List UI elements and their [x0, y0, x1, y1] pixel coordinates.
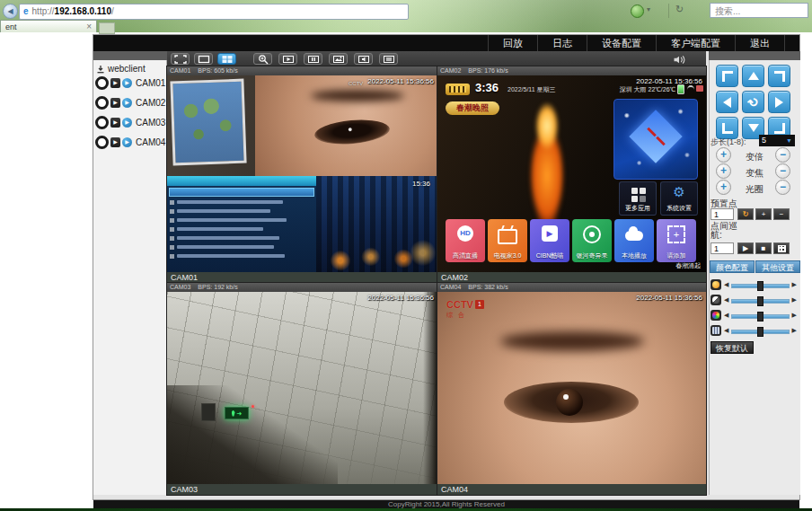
play-icon[interactable]: ▶: [110, 118, 120, 128]
ptz-up-left-button[interactable]: [716, 65, 738, 87]
search-input[interactable]: 搜索...: [710, 3, 808, 18]
cruise-stop-button[interactable]: ■: [755, 242, 772, 254]
talk-button[interactable]: [354, 53, 373, 65]
tree-cam-label[interactable]: CAM01: [136, 78, 165, 88]
cruise-input[interactable]: 1: [710, 242, 734, 254]
close-icon[interactable]: ×: [86, 22, 92, 31]
right-arrow-icon: [775, 97, 783, 108]
saturation-slider[interactable]: [731, 312, 789, 320]
video-cell-cam01[interactable]: CAM01 BPS: 605 kb/s CCTV: [167, 66, 437, 283]
single-view-button[interactable]: [194, 53, 213, 65]
stream-icon[interactable]: ▶: [122, 98, 132, 108]
ptz-right-button[interactable]: [768, 91, 790, 113]
menu-log[interactable]: 日志: [537, 35, 587, 51]
slider-right-arrow[interactable]: ▶: [792, 327, 797, 334]
play-all-button[interactable]: [278, 53, 297, 65]
eyebrow: [311, 90, 404, 101]
slider-right-arrow[interactable]: ▶: [792, 296, 797, 304]
digital-zoom-button[interactable]: [253, 53, 272, 65]
video-cell-cam02[interactable]: CAM02 BPS: 176 kb/s 3:36 2022/5/11 星期三 深…: [437, 66, 706, 283]
tv-menu-highlighted-row: [169, 188, 314, 197]
slider-right-arrow[interactable]: ▶: [792, 312, 797, 319]
tv-theme-badge: 春潮晚照: [446, 101, 499, 115]
refresh-icon[interactable]: ↻: [675, 4, 684, 15]
quad-view-button[interactable]: [217, 53, 236, 65]
iris-close-button[interactable]: −: [775, 180, 790, 195]
tab-color-config[interactable]: 颜色配置: [710, 260, 755, 273]
preset-delete-button[interactable]: −: [773, 208, 790, 220]
record-icon[interactable]: [95, 96, 109, 110]
play-icon[interactable]: ▶: [110, 137, 120, 147]
fullscreen-button[interactable]: [171, 53, 190, 65]
tree-root-webclient[interactable]: webclient: [96, 64, 146, 74]
tree-cam-label[interactable]: CAM03: [136, 118, 165, 128]
stream-select-button[interactable]: [379, 53, 398, 65]
cast-icon: [696, 85, 703, 92]
goto-icon: ↻: [743, 209, 749, 219]
snapshot-button[interactable]: [329, 53, 348, 65]
rotate-icon: ↻: [745, 93, 762, 111]
address-dropdown-caret[interactable]: ▾: [647, 5, 650, 13]
tree-cam-label[interactable]: CAM02: [136, 98, 165, 108]
new-tab-button[interactable]: [99, 22, 115, 34]
back-button[interactable]: ◀: [3, 4, 18, 19]
preset-add-button[interactable]: +: [755, 208, 772, 220]
pause-all-button[interactable]: [304, 53, 322, 65]
corner-arrow-icon: [774, 71, 785, 82]
tree-cam-label[interactable]: CAM04: [136, 137, 165, 147]
browser-tab[interactable]: ent ×: [0, 20, 97, 32]
grid-icon: [778, 245, 786, 252]
slider-left-arrow[interactable]: ◀: [724, 281, 728, 288]
slider-thumb[interactable]: [757, 312, 763, 322]
sharpness-slider[interactable]: [731, 327, 789, 335]
cruise-start-button[interactable]: ▶: [737, 242, 754, 254]
restore-default-button[interactable]: 恢复默认: [710, 341, 754, 354]
slider-left-arrow[interactable]: ◀: [724, 296, 728, 304]
record-icon[interactable]: [95, 116, 109, 129]
menu-client-config[interactable]: 客户端配置: [656, 35, 735, 51]
stream-icon[interactable]: ▶: [122, 137, 132, 147]
cam-titlebar: CAM04 BPS: 382 kb/s: [437, 283, 706, 292]
slider-thumb[interactable]: [757, 296, 763, 306]
stream-icon[interactable]: ▶: [122, 118, 132, 128]
contrast-slider[interactable]: [731, 296, 789, 304]
video-cell-cam03[interactable]: CAM03 BPS: 192 kb/s ➜ 2022-05-11 15:36:5…: [167, 283, 437, 495]
record-icon[interactable]: [95, 76, 109, 90]
slider-thumb[interactable]: [757, 281, 763, 291]
zoom-in-button[interactable]: +: [716, 147, 731, 163]
menu-device-config[interactable]: 设备配置: [587, 35, 656, 51]
compatibility-view-icon[interactable]: [631, 4, 644, 18]
cctv1-logo: CCTV 1 综 合: [446, 299, 484, 320]
preset-goto-button[interactable]: ↻: [737, 208, 754, 220]
menu-exit[interactable]: 退出: [735, 35, 785, 51]
video-cell-cam04[interactable]: CAM04 BPS: 382 kb/s CCTV 1 综 合 2022-05-1…: [437, 283, 706, 495]
play-icon[interactable]: ▶: [110, 98, 120, 108]
slider-right-arrow[interactable]: ▶: [792, 281, 797, 288]
ptz-up-right-button[interactable]: [768, 65, 790, 87]
zoom-out-button[interactable]: −: [775, 147, 790, 163]
ptz-left-button[interactable]: [716, 91, 738, 113]
browser-chrome: ◀ ehttp://192.168.0.110/ ▾ ↻ 搜索... ent ×: [0, 0, 812, 32]
menu-playback[interactable]: 回放: [488, 35, 537, 51]
slider-left-arrow[interactable]: ◀: [724, 327, 728, 334]
preset-input[interactable]: 1: [710, 208, 734, 220]
fullscreen-icon: [174, 55, 187, 64]
tab-other-settings[interactable]: 其他设置: [755, 260, 800, 273]
cruise-setup-button[interactable]: [773, 242, 790, 254]
cam04-video-feed: CCTV 1 综 合 2022-05-11 15:36:56: [437, 292, 706, 484]
slider-thumb[interactable]: [757, 327, 763, 337]
step-select[interactable]: 5 ▼: [759, 135, 795, 146]
ptz-up-button[interactable]: [742, 65, 764, 87]
focus-out-button[interactable]: −: [775, 163, 790, 179]
ptz-auto-scan-button[interactable]: ↻: [742, 91, 764, 113]
record-icon[interactable]: [95, 136, 109, 149]
focus-in-button[interactable]: +: [716, 163, 731, 179]
iris-open-button[interactable]: +: [716, 180, 731, 195]
top-menu-bar: 回放 日志 设备配置 客户端配置 退出: [93, 35, 799, 51]
address-bar[interactable]: ehttp://192.168.0.110/: [19, 4, 409, 20]
slider-left-arrow[interactable]: ◀: [724, 312, 728, 319]
brightness-slider[interactable]: [731, 281, 789, 289]
cam-timestamp: 2022-05-11 15:36:56: [636, 294, 702, 302]
stream-icon[interactable]: ▶: [122, 78, 132, 88]
play-icon[interactable]: ▶: [110, 78, 120, 88]
